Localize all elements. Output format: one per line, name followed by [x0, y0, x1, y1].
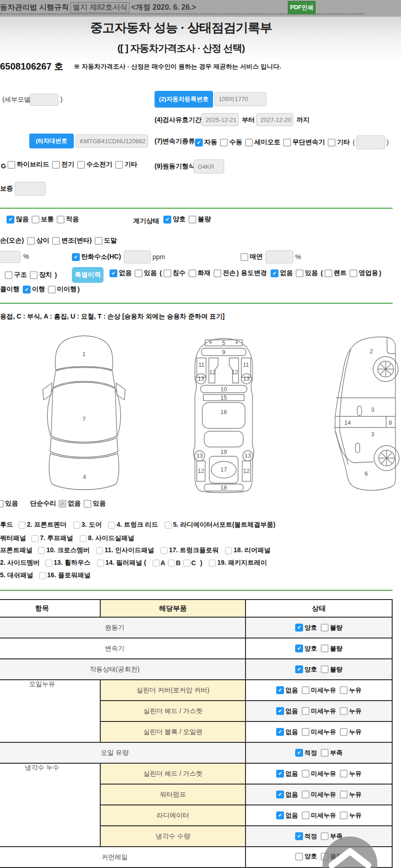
panel-checkbox[interactable] — [80, 535, 87, 542]
inspection-to-input[interactable]: 2027-12-20 — [256, 113, 293, 126]
panel-checkbox[interactable] — [19, 522, 26, 529]
checkbox[interactable] — [7, 161, 15, 169]
status-checkbox[interactable] — [340, 686, 348, 694]
panel-sub-checkbox[interactable] — [168, 560, 175, 567]
checkbox[interactable] — [5, 271, 13, 279]
status-checkbox[interactable] — [302, 770, 310, 778]
vin-input[interactable]: KMTGB41CDNU120862 — [76, 134, 148, 147]
checkbox[interactable] — [57, 216, 65, 223]
status-checkbox[interactable] — [321, 749, 329, 757]
status-checkbox[interactable]: ✔ — [276, 811, 284, 819]
cut-checkbox[interactable] — [0, 500, 4, 508]
status-checkbox[interactable]: ✔ — [295, 832, 303, 840]
checkbox[interactable]: ✔ — [72, 253, 80, 261]
checkbox[interactable] — [188, 269, 196, 277]
status-checkbox[interactable]: ✔ — [276, 707, 284, 715]
panel-checkbox[interactable] — [209, 560, 216, 567]
checkbox[interactable] — [220, 139, 228, 147]
checkbox-label: 렌트 — [334, 269, 347, 277]
checkbox[interactable]: ✔ — [110, 269, 117, 277]
checkbox[interactable] — [135, 269, 142, 277]
panel-checkbox[interactable] — [161, 547, 168, 554]
transmission-other-input[interactable] — [356, 135, 385, 149]
panel-checkbox[interactable] — [32, 535, 39, 542]
panel-checkbox[interactable] — [97, 560, 104, 567]
status-checkbox[interactable]: ✔ — [295, 645, 303, 652]
checkbox[interactable] — [296, 269, 304, 277]
status-checkbox[interactable]: ✔ — [276, 686, 284, 694]
checkbox[interactable] — [324, 269, 332, 277]
status-checkbox[interactable] — [340, 728, 348, 736]
status-checkbox[interactable] — [340, 791, 348, 798]
checkbox[interactable] — [349, 269, 357, 277]
panel-checkbox[interactable] — [108, 522, 115, 529]
smoke-input[interactable] — [265, 250, 293, 263]
panel-checkbox[interactable] — [165, 522, 172, 529]
status-checkbox[interactable] — [302, 707, 310, 715]
checkbox[interactable] — [213, 269, 221, 277]
status-checkbox[interactable] — [295, 853, 303, 861]
status-checkbox[interactable]: ✔ — [276, 791, 284, 798]
panel-checkbox[interactable] — [225, 547, 232, 554]
checkbox[interactable] — [283, 139, 291, 147]
status-label: 누유 — [349, 791, 362, 799]
panel-checkbox[interactable] — [45, 560, 52, 567]
panel-checkbox[interactable] — [38, 547, 45, 554]
emission-left-input[interactable] — [0, 251, 20, 263]
car-top-view-diagram[interactable]: 1 7 4 — [43, 336, 125, 490]
engine-type-input[interactable]: G4KR — [194, 160, 224, 173]
checkbox[interactable]: ✔ — [6, 216, 14, 223]
checkbox[interactable]: ✔ — [23, 286, 31, 294]
status-checkbox[interactable]: ✔ — [295, 749, 303, 757]
special-history-button[interactable]: 특별이력 — [72, 267, 103, 283]
checkbox[interactable] — [52, 237, 60, 245]
checkbox[interactable] — [84, 500, 91, 508]
checkbox[interactable] — [188, 216, 196, 223]
status-checkbox[interactable]: ✔ — [276, 770, 284, 778]
status-checkbox[interactable]: ✔ — [276, 728, 284, 736]
checkbox[interactable] — [27, 237, 35, 245]
car-underbody-diagram[interactable]: 5 9 11 11 12 12 13 13 10 15 16 19 13 — [194, 338, 254, 493]
car-side-view-diagram[interactable]: 2 3 14 8 3 6 — [334, 337, 399, 491]
panel-checkbox[interactable] — [96, 547, 103, 554]
status-checkbox[interactable] — [302, 791, 310, 798]
checkbox[interactable] — [77, 161, 85, 169]
panel-checkbox[interactable] — [73, 522, 80, 529]
warranty-input[interactable] — [15, 182, 45, 196]
checkbox[interactable]: ✔ — [195, 139, 203, 147]
registration-number-input[interactable]: 105마1770 — [214, 92, 266, 106]
status-checkbox[interactable] — [321, 665, 329, 673]
hc-input[interactable] — [124, 250, 151, 263]
checkbox[interactable]: ✔ — [163, 216, 171, 223]
status-checkbox[interactable]: ✔ — [295, 624, 303, 632]
status-checkbox[interactable] — [302, 811, 310, 819]
status-checkbox[interactable] — [340, 770, 348, 778]
pdf-print-button[interactable]: PDF인쇄 — [288, 1, 316, 14]
panel-sub-checkbox[interactable] — [183, 560, 190, 567]
checkbox[interactable] — [52, 161, 60, 169]
checkbox[interactable] — [30, 271, 38, 279]
status-checkbox[interactable] — [340, 707, 348, 715]
checkbox[interactable]: ✔ — [58, 500, 66, 508]
status-checkbox[interactable] — [321, 645, 329, 652]
status-checkbox[interactable] — [302, 728, 310, 736]
checkbox[interactable] — [95, 237, 103, 245]
checkbox[interactable]: ✔ — [271, 269, 278, 277]
submodel-input[interactable] — [30, 94, 58, 106]
checkbox[interactable] — [48, 286, 56, 294]
checkbox[interactable] — [32, 216, 39, 223]
checkbox[interactable] — [163, 269, 171, 277]
checkbox[interactable] — [245, 139, 253, 147]
status-checkbox[interactable] — [321, 624, 329, 632]
checkbox-label: 불량 — [198, 215, 211, 223]
checkbox[interactable] — [240, 253, 248, 261]
status-checkbox[interactable] — [340, 811, 348, 819]
checkbox[interactable] — [115, 161, 123, 169]
status-checkbox[interactable]: ✔ — [295, 665, 303, 673]
panel-sub-checkbox[interactable] — [153, 560, 160, 567]
inspection-from-input[interactable]: 2025-12-21 — [201, 113, 239, 126]
scroll-to-top-button[interactable] — [323, 836, 377, 868]
checkbox[interactable] — [328, 139, 336, 147]
panel-checkbox[interactable] — [39, 572, 46, 579]
status-checkbox[interactable] — [302, 686, 310, 694]
